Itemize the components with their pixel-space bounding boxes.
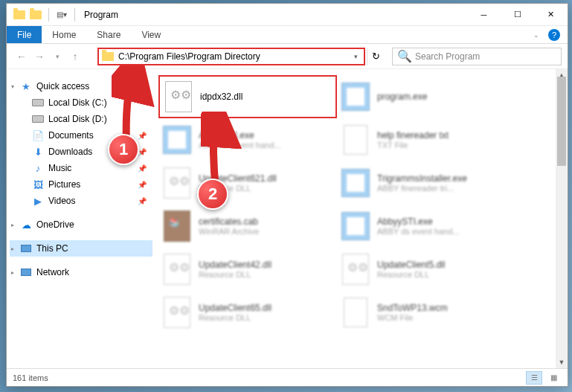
sidebar-item-onedrive[interactable]: ▸ ☁ OneDrive: [10, 216, 152, 233]
ribbon: File Home Share View ⌄ ?: [7, 26, 568, 44]
properties-icon[interactable]: ▤▾: [55, 8, 68, 22]
nav-up[interactable]: ↑: [66, 48, 84, 65]
chevron-right-icon: ▸: [11, 222, 14, 228]
file-item[interactable]: ⚙⚙UpdateClient5.dllResource DLL: [337, 248, 515, 291]
file-type-icon: [340, 211, 371, 242]
scroll-thumb[interactable]: [557, 77, 566, 166]
file-type-icon: ⚙⚙: [161, 254, 193, 285]
file-item[interactable]: 📚certificates.cabWinRAR Archive: [158, 205, 337, 248]
separator: [74, 8, 75, 22]
file-subtitle: WCM File: [377, 313, 448, 322]
file-name: SndToWP13.wcm: [377, 303, 448, 313]
nav-recent[interactable]: ▾: [48, 48, 66, 65]
file-item[interactable]: help finereader txtTXT File: [337, 118, 515, 161]
sidebar-item-downloads[interactable]: ⬇ Downloads 📌: [10, 144, 152, 160]
file-type-icon: [340, 81, 371, 112]
label: Pictures: [48, 179, 80, 190]
view-icons-button[interactable]: ▦: [545, 371, 562, 385]
folder-icon[interactable]: [13, 8, 26, 22]
vertical-scrollbar[interactable]: ▲ ▼: [556, 69, 568, 368]
file-type-icon: ⚙⚙: [340, 254, 371, 285]
chevron-down-icon: ▾: [11, 83, 14, 90]
tab-share[interactable]: Share: [86, 26, 131, 43]
this-pc-icon: [20, 242, 32, 254]
label: Local Disk (D:): [48, 114, 107, 124]
file-item[interactable]: ⚙⚙UpdateClient621.dllResource DLL: [158, 161, 337, 205]
file-name: UpdateClient42.dll: [199, 260, 271, 270]
tab-view[interactable]: View: [131, 26, 171, 43]
file-item[interactable]: AbbyySTI.exeABBY ds event hand...: [337, 205, 515, 248]
close-button[interactable]: ✕: [534, 4, 568, 26]
pin-icon: 📌: [138, 181, 147, 189]
pin-icon: 📌: [138, 132, 147, 140]
sidebar-item-videos[interactable]: ▶ Videos 📌: [10, 193, 152, 209]
search-input[interactable]: 🔍 Search Program: [392, 48, 562, 65]
file-type-icon: ⚙⚙: [161, 167, 193, 199]
minimize-button[interactable]: ─: [467, 4, 501, 26]
window-controls: ─ ☐ ✕: [467, 4, 568, 26]
label: Local Disk (C:): [48, 97, 107, 108]
drive-icon: [32, 113, 44, 125]
file-item[interactable]: TrigrammsInstaller.exeABBY finereader tr…: [337, 161, 515, 205]
file-subtitle: ABBY finereader tri...: [377, 184, 467, 193]
drive-icon: [32, 97, 44, 109]
maximize-button[interactable]: ☐: [501, 4, 534, 26]
file-item[interactable]: ⚙⚙UpdateClient42.dllResource DLL: [158, 248, 337, 291]
refresh-button[interactable]: ↻: [367, 48, 385, 65]
view-details-button[interactable]: ☰: [526, 371, 542, 385]
sidebar-item-this-pc[interactable]: ▸ This PC: [10, 240, 152, 257]
sidebar-item-documents[interactable]: 📄 Documents 📌: [10, 127, 152, 144]
file-type-icon: 📚: [161, 211, 193, 242]
file-item[interactable]: AbbyySTI.exeABBY ds event hand...: [158, 118, 337, 161]
label: Videos: [48, 196, 75, 206]
folder-new-icon[interactable]: [29, 8, 42, 22]
navigation-sidebar: ▾ ★ Quick access Local Disk (C:) Local D…: [7, 69, 155, 368]
files-pane[interactable]: ⚙⚙idpdx32.dllprogram.exeAbbyySTI.exeABBY…: [155, 69, 568, 368]
onedrive-icon: ☁: [20, 219, 32, 231]
search-icon: 🔍: [397, 49, 412, 63]
address-path: C:\Program Files\Program Directory: [118, 51, 351, 62]
separator: [48, 8, 49, 22]
file-name: AbbyySTI.exe: [199, 130, 280, 141]
sidebar-item-drive-d[interactable]: Local Disk (D:): [10, 111, 152, 127]
file-type-icon: [340, 167, 371, 199]
tab-home[interactable]: Home: [42, 26, 86, 43]
file-subtitle: Resource DLL: [199, 270, 271, 279]
file-subtitle: TXT File: [377, 141, 449, 150]
file-menu[interactable]: File: [7, 26, 42, 43]
file-item[interactable]: SndToWP13.wcmWCM File: [337, 291, 515, 334]
file-name: idpdx32.dll: [200, 91, 242, 102]
scroll-down-icon[interactable]: ▼: [556, 356, 568, 368]
label: Quick access: [36, 81, 89, 91]
file-subtitle: Resource DLL: [377, 270, 445, 279]
nav-back[interactable]: ←: [13, 48, 30, 65]
statusbar: 161 items ☰ ▦: [7, 368, 568, 386]
sidebar-item-music[interactable]: ♪ Music 📌: [10, 160, 152, 176]
documents-icon: 📄: [32, 129, 44, 141]
star-icon: ★: [20, 80, 32, 92]
address-row: ← → ▾ ↑ C:\Program Files\Program Directo…: [7, 44, 568, 69]
label: This PC: [36, 243, 68, 254]
window-title: Program: [84, 10, 118, 20]
ribbon-expand-icon[interactable]: ⌄: [533, 31, 539, 39]
sidebar-quick-access[interactable]: ▾ ★ Quick access: [10, 78, 152, 94]
file-name: program.exe: [377, 91, 427, 102]
pin-icon: 📌: [138, 148, 147, 156]
label: Network: [36, 267, 69, 277]
network-icon: [20, 266, 32, 278]
address-bar[interactable]: C:\Program Files\Program Directory ▾: [97, 48, 365, 65]
help-icon[interactable]: ?: [548, 29, 560, 41]
sidebar-item-drive-c[interactable]: Local Disk (C:): [10, 94, 152, 111]
file-name: AbbyySTI.exe: [377, 216, 459, 227]
file-item[interactable]: program.exe: [337, 75, 515, 118]
nav-forward[interactable]: →: [30, 48, 48, 65]
file-name: certificates.cab: [199, 216, 259, 227]
sidebar-item-pictures[interactable]: 🖼 Pictures 📌: [10, 176, 152, 193]
videos-icon: ▶: [32, 195, 44, 207]
chevron-down-icon[interactable]: ▾: [351, 53, 361, 60]
chevron-right-icon: ▸: [11, 245, 14, 252]
sidebar-item-network[interactable]: ▸ Network: [10, 264, 152, 280]
file-item[interactable]: ⚙⚙UpdateClient65.dllResource DLL: [158, 291, 337, 334]
file-item[interactable]: ⚙⚙idpdx32.dll: [158, 75, 337, 118]
file-subtitle: ABBY ds event hand...: [199, 141, 280, 150]
